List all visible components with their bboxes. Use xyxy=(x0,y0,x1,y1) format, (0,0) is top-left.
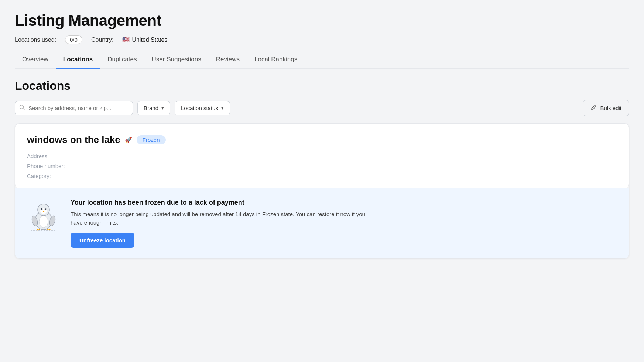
phone-row: Phone number: xyxy=(27,163,617,169)
svg-point-7 xyxy=(45,208,47,210)
frozen-text-block: Your location has been frozen due to a l… xyxy=(71,199,373,248)
frozen-notice: Your location has been frozen due to a l… xyxy=(15,188,629,259)
location-name: windows on the lake xyxy=(27,134,120,146)
location-status-chevron-icon: ▾ xyxy=(221,105,224,111)
penguin-illustration xyxy=(27,199,60,233)
tab-overview[interactable]: Overview xyxy=(15,51,56,69)
country-value: 🇺🇸 United States xyxy=(122,36,167,43)
unfreeze-location-button[interactable]: Unfreeze location xyxy=(71,233,134,248)
tab-user-suggestions[interactable]: User Suggestions xyxy=(144,51,209,69)
tab-duplicates[interactable]: Duplicates xyxy=(100,51,144,69)
svg-point-9 xyxy=(45,209,46,209)
location-status-filter-button[interactable]: Location status ▾ xyxy=(175,101,230,115)
tab-local-rankings[interactable]: Local Rankings xyxy=(247,51,305,69)
search-wrapper xyxy=(15,101,133,115)
tab-reviews[interactable]: Reviews xyxy=(209,51,247,69)
svg-point-3 xyxy=(39,216,48,228)
svg-point-8 xyxy=(42,209,42,209)
country-name: United States xyxy=(132,37,167,43)
category-row: Category: xyxy=(27,173,617,179)
country-flag: 🇺🇸 xyxy=(122,36,130,43)
location-status-label: Location status xyxy=(181,105,218,111)
brand-filter-button[interactable]: Brand ▾ xyxy=(137,101,170,115)
location-emoji: 🚀 xyxy=(125,136,132,143)
locations-used-label: Locations used: xyxy=(15,37,56,43)
location-card: windows on the lake 🚀 Frozen Address: Ph… xyxy=(15,123,629,188)
frozen-title: Your location has been frozen due to a l… xyxy=(71,199,373,206)
section-title: Locations xyxy=(15,79,629,93)
address-row: Address: xyxy=(27,153,617,159)
brand-chevron-icon: ▾ xyxy=(161,105,164,111)
bulk-edit-button[interactable]: Bulk edit xyxy=(583,100,629,116)
brand-filter-label: Brand xyxy=(144,105,158,111)
main-content: Locations Brand ▾ Location status ▾ xyxy=(15,69,629,259)
bulk-edit-icon xyxy=(590,104,597,112)
frozen-description: This means it is no longer being updated… xyxy=(71,210,373,227)
nav-tabs: Overview Locations Duplicates User Sugge… xyxy=(15,51,629,69)
meta-row: Locations used: 0/0 Country: 🇺🇸 United S… xyxy=(15,35,629,44)
svg-point-6 xyxy=(41,208,43,210)
country-label: Country: xyxy=(91,37,113,43)
search-input[interactable] xyxy=(15,101,133,115)
status-badge: Frozen xyxy=(137,135,166,144)
bulk-edit-label: Bulk edit xyxy=(600,105,621,111)
tab-locations[interactable]: Locations xyxy=(56,51,100,69)
page-title: Listing Management xyxy=(15,12,629,30)
location-card-container: windows on the lake 🚀 Frozen Address: Ph… xyxy=(15,123,629,259)
location-header: windows on the lake 🚀 Frozen xyxy=(27,134,617,146)
location-details: Address: Phone number: Category: xyxy=(27,153,617,179)
filters-row: Brand ▾ Location status ▾ Bulk edit xyxy=(15,100,629,116)
locations-used-badge: 0/0 xyxy=(65,35,82,44)
